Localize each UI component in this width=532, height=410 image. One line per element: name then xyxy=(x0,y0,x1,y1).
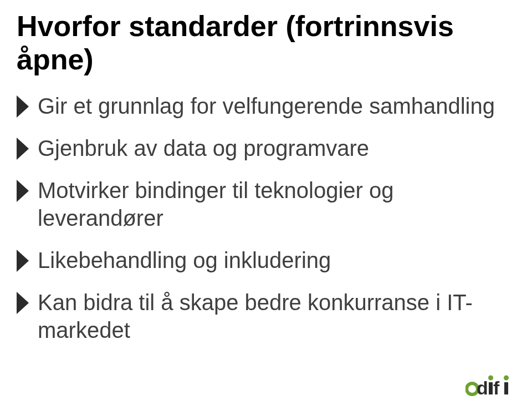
bullet-list: Gir et grunnlag for velfungerende samhan… xyxy=(17,92,515,358)
svg-point-3 xyxy=(488,376,493,381)
bullet-item: Motvirker bindinger til teknologier og l… xyxy=(17,176,515,232)
difi-logo: d f xyxy=(466,372,515,399)
bullet-text: Gjenbruk av data og programvare xyxy=(38,134,515,162)
bullet-text: Motvirker bindinger til teknologier og l… xyxy=(38,176,515,232)
svg-rect-5 xyxy=(504,382,508,394)
bullet-text: Kan bidra til å skape bedre konkurranse … xyxy=(38,288,515,344)
bullet-text: Likebehandling og inkludering xyxy=(38,246,515,274)
bullet-icon xyxy=(17,250,29,272)
bullet-text: Gir et grunnlag for velfungerende samhan… xyxy=(38,92,515,120)
svg-point-6 xyxy=(504,376,509,381)
svg-point-0 xyxy=(467,383,478,394)
bullet-icon xyxy=(17,138,29,160)
bullet-icon xyxy=(17,95,29,118)
svg-text:d: d xyxy=(477,377,488,398)
bullet-item: Likebehandling og inkludering xyxy=(17,246,515,274)
bullet-item: Kan bidra til å skape bedre konkurranse … xyxy=(17,288,515,344)
svg-text:f: f xyxy=(493,377,500,398)
slide: Hvorfor standarder (fortrinnsvis åpne) G… xyxy=(0,0,532,410)
bullet-icon xyxy=(17,180,29,202)
bullet-icon xyxy=(17,292,29,314)
slide-title: Hvorfor standarder (fortrinnsvis åpne) xyxy=(17,10,515,77)
bullet-item: Gir et grunnlag for velfungerende samhan… xyxy=(17,92,515,120)
svg-rect-2 xyxy=(489,382,493,394)
bullet-item: Gjenbruk av data og programvare xyxy=(17,134,515,162)
